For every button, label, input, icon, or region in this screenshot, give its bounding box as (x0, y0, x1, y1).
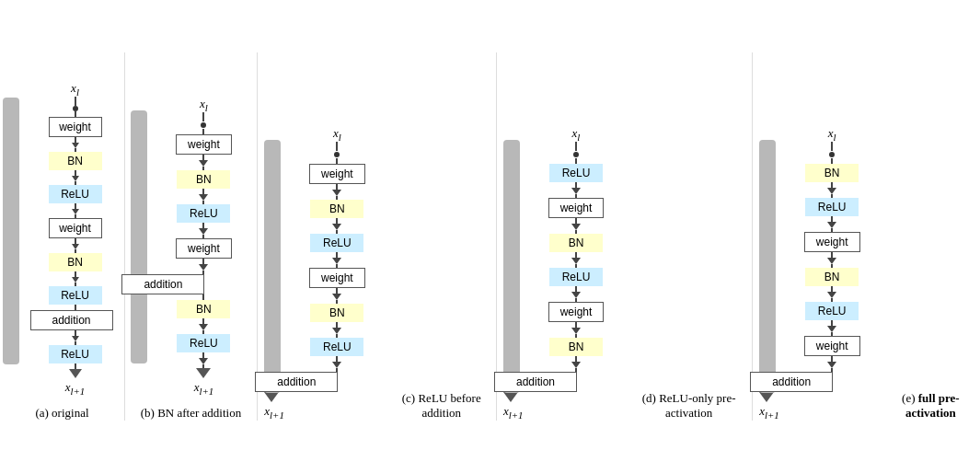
node-BN-1-a: BN (49, 152, 102, 170)
diagram-b: xlweightBNReLUweightadditionBNReLUxl+1(b… (126, 97, 255, 421)
node-BN-5-d: BN (549, 338, 603, 356)
node-BN-1-b: BN (177, 170, 230, 189)
node-addition-e: addition (750, 372, 833, 392)
shortcut-bar-d (503, 140, 520, 393)
caption-c: (c) ReLU before addition (388, 391, 494, 421)
shortcut-bar-a (3, 98, 19, 364)
xl-top-b: xl (200, 97, 208, 113)
node-BN-4-a: BN (49, 253, 102, 271)
dot-d (573, 152, 579, 157)
node-addition-d: addition (494, 372, 577, 392)
dot-e (829, 152, 835, 157)
node-weight-0-a: weight (49, 117, 102, 137)
xl-top-c: xl (333, 126, 341, 143)
node-ReLU-4-e: ReLU (805, 302, 859, 320)
node-addition-c: addition (255, 372, 338, 392)
diagram-e: xlBNReLUweightBNReLUweightadditionxl+1 (755, 126, 883, 421)
sep-3 (496, 52, 497, 421)
caption-e: (e) full pre-activation (883, 391, 977, 421)
caption-d: (d) ReLU-only pre-activation (628, 391, 750, 421)
xl-top-e: xl (828, 126, 836, 143)
node-weight-1-d: weight (548, 198, 605, 218)
main-container: xlweightBNReLUweightBNReLUadditionReLUxl… (3, 43, 978, 430)
node-BN-4-c: BN (310, 304, 363, 322)
node-weight-3-c: weight (309, 268, 365, 288)
xl-bot-c: xl+1 (264, 404, 384, 421)
diagrams-container: xlweightBNReLUweightadditionBNReLUxl+1(b… (126, 52, 977, 421)
caption-b: (b) BN after addition (141, 406, 241, 421)
xl-top-d: xl (572, 126, 581, 143)
node-ReLU-2-b: ReLU (177, 204, 230, 223)
node-weight-3-a: weight (49, 218, 102, 238)
flow-e: xlBNReLUweightBNReLUweight (785, 126, 879, 373)
node-addition-a: addition (30, 310, 113, 330)
shortcut-bar-b (131, 110, 147, 363)
xl-bot-e: xl+1 (759, 404, 879, 421)
node-ReLU-0-d: ReLU (549, 164, 603, 182)
diagram-c: xlweightBNReLUweightBNReLUadditionxl+1 (259, 126, 388, 421)
node-ReLU-2-c: ReLU (310, 234, 363, 252)
node-ReLU-2-a: ReLU (49, 185, 102, 203)
node-BN-1-c: BN (310, 200, 363, 218)
node-weight-3-b: weight (176, 238, 232, 259)
node-ReLU-6-b: ReLU (177, 334, 230, 352)
xl-top-a: xl (71, 81, 79, 98)
node-BN-2-d: BN (549, 234, 603, 252)
node-addition-b: addition (121, 274, 204, 294)
node-weight-5-e: weight (804, 336, 860, 356)
sep-4 (752, 52, 753, 421)
node-BN-5-b: BN (177, 300, 230, 318)
xl-bot-a: xl+1 (65, 380, 86, 397)
dot-c (334, 152, 340, 157)
node-ReLU-6-a: ReLU (49, 286, 102, 305)
shortcut-bar-e (759, 140, 776, 393)
node-BN-0-e: BN (805, 164, 859, 182)
caption-a: (a) original (35, 406, 88, 421)
node-weight-0-c: weight (309, 164, 365, 184)
diagram-a: xlweightBNReLUweightBNReLUadditionReLUxl… (3, 81, 122, 421)
node-ReLU-3-d: ReLU (549, 268, 603, 286)
xl-bot-d: xl+1 (503, 404, 623, 421)
sep-2 (257, 52, 258, 421)
node-ReLU-5-c: ReLU (310, 338, 363, 356)
node-BN-3-e: BN (805, 268, 859, 286)
sep-1 (124, 52, 125, 421)
flow-a: xlweightBNReLUweightBNReLU (29, 81, 122, 311)
flow-d: xlReLUweightBNReLUweightBN (529, 126, 623, 373)
xl-bot-b: xl+1 (194, 380, 214, 397)
node-weight-4-d: weight (548, 302, 605, 322)
node-relu-2-a: ReLU (49, 345, 102, 363)
shortcut-bar-c (264, 140, 281, 393)
node-weight-0-b: weight (176, 134, 232, 155)
flow-b: xlweightBNReLUweight (156, 97, 250, 275)
dot-b (201, 122, 206, 128)
diagram-d: xlReLUweightBNReLUweightBNadditionxl+1 (499, 126, 628, 421)
flow-c: xlweightBNReLUweightBNReLU (290, 126, 384, 373)
node-ReLU-1-e: ReLU (805, 198, 859, 216)
node-weight-2-e: weight (804, 232, 860, 252)
